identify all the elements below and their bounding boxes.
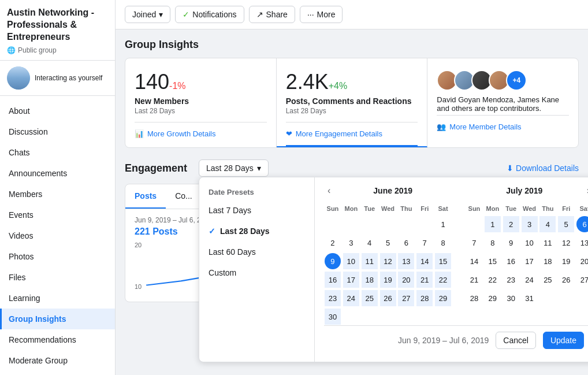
- july-day-31[interactable]: 31: [522, 290, 538, 306]
- june-day-1[interactable]: 1: [435, 216, 451, 232]
- june-day-16[interactable]: 16: [325, 272, 341, 288]
- topbar: Joined ▾ ✓ Notifications ↗ Share ··· Mor…: [116, 0, 588, 29]
- sidebar-item-files[interactable]: Files: [0, 267, 115, 288]
- sidebar-item-photos[interactable]: Photos: [0, 246, 115, 267]
- sidebar-item-chats[interactable]: Chats: [0, 142, 115, 163]
- june-day-12[interactable]: 12: [380, 253, 396, 269]
- july-title: July 2019: [466, 186, 583, 195]
- july-day-1[interactable]: 1: [485, 216, 501, 232]
- prev-month-button[interactable]: ‹: [324, 184, 334, 197]
- july-day-26[interactable]: 26: [558, 272, 574, 288]
- july-day-18[interactable]: 18: [539, 253, 556, 269]
- preset-custom[interactable]: Custom: [199, 262, 314, 283]
- july-day-5[interactable]: 5: [558, 216, 574, 232]
- june-day-11[interactable]: 11: [362, 253, 378, 269]
- june-day-21[interactable]: 21: [416, 272, 433, 288]
- preset-last7days[interactable]: Last 7 Days: [199, 200, 314, 221]
- july-day-7[interactable]: 7: [466, 235, 482, 251]
- sidebar-nav: About Discussion Chats Announcements Mem…: [0, 96, 115, 375]
- june-day-14[interactable]: 14: [416, 253, 433, 269]
- july-day-16[interactable]: 16: [503, 253, 519, 269]
- june-day-24[interactable]: 24: [343, 290, 359, 306]
- june-day-27[interactable]: 27: [398, 290, 414, 306]
- tab-comments[interactable]: Co...: [166, 184, 202, 209]
- june-day-15[interactable]: 15: [435, 253, 451, 269]
- june-day-6[interactable]: 6: [398, 235, 414, 251]
- june-day-5[interactable]: 5: [380, 235, 396, 251]
- june-day-23[interactable]: 23: [325, 290, 341, 306]
- july-day-19[interactable]: 19: [558, 253, 574, 269]
- june-day-17[interactable]: 17: [343, 272, 359, 288]
- checkmark-icon: ✓: [183, 10, 189, 19]
- joined-button[interactable]: Joined ▾: [125, 6, 170, 23]
- notifications-button[interactable]: ✓ Notifications: [175, 6, 244, 23]
- sidebar-item-announcements[interactable]: Announcements: [0, 163, 115, 184]
- tab-posts[interactable]: Posts: [125, 184, 166, 209]
- date-dropdown-button[interactable]: Last 28 Days ▾: [199, 159, 269, 177]
- sidebar-item-events[interactable]: Events: [0, 205, 115, 225]
- july-day-21[interactable]: 21: [466, 272, 482, 288]
- july-day-6[interactable]: 6: [576, 216, 588, 232]
- preset-last28days[interactable]: ✓ Last 28 Days: [199, 221, 314, 242]
- sidebar-item-about[interactable]: About: [0, 101, 115, 121]
- july-day-8[interactable]: 8: [485, 235, 501, 251]
- july-day-2[interactable]: 2: [503, 216, 519, 232]
- june-day-13[interactable]: 13: [398, 253, 414, 269]
- cancel-button[interactable]: Cancel: [496, 332, 536, 349]
- july-day-27[interactable]: 27: [576, 272, 588, 288]
- sidebar-item-group-quality[interactable]: Group Quality: [0, 371, 115, 375]
- july-day-13[interactable]: 13: [576, 235, 588, 251]
- sidebar-item-discussion[interactable]: Discussion: [0, 121, 115, 142]
- june-day-19[interactable]: 19: [380, 272, 396, 288]
- share-button[interactable]: ↗ Share: [249, 6, 295, 23]
- june-day-29[interactable]: 29: [435, 290, 451, 306]
- july-day-20[interactable]: 20: [576, 253, 588, 269]
- june-day-10[interactable]: 10: [343, 253, 359, 269]
- preset-last60days[interactable]: Last 60 Days: [199, 242, 314, 262]
- july-day-11[interactable]: 11: [539, 235, 556, 251]
- chart-bar-icon: 📊: [135, 129, 144, 138]
- june-day-3[interactable]: 3: [343, 235, 359, 251]
- people-icon: 👥: [437, 122, 446, 131]
- sidebar-item-moderate-group[interactable]: Moderate Group: [0, 350, 115, 371]
- june-day-20[interactable]: 20: [398, 272, 414, 288]
- july-day-3[interactable]: 3: [522, 216, 538, 232]
- member-details-link[interactable]: 👥 More Member Details: [437, 115, 569, 138]
- july-day-14[interactable]: 14: [466, 253, 482, 269]
- july-day-29[interactable]: 29: [485, 290, 501, 306]
- june-day-2[interactable]: 2: [325, 235, 341, 251]
- july-day-17[interactable]: 17: [522, 253, 538, 269]
- july-day-30[interactable]: 30: [503, 290, 519, 306]
- sidebar-item-videos[interactable]: Videos: [0, 225, 115, 246]
- june-day-22[interactable]: 22: [435, 272, 451, 288]
- july-day-28[interactable]: 28: [466, 290, 482, 306]
- next-month-button[interactable]: ›: [583, 184, 588, 197]
- sidebar-item-members[interactable]: Members: [0, 184, 115, 205]
- update-button[interactable]: Update: [543, 332, 584, 349]
- june-day-26[interactable]: 26: [380, 290, 396, 306]
- june-day-8[interactable]: 8: [435, 235, 451, 251]
- sidebar-item-group-insights[interactable]: Group Insights: [0, 309, 115, 329]
- july-day-12[interactable]: 12: [558, 235, 574, 251]
- june-day-25[interactable]: 25: [362, 290, 378, 306]
- july-day-25[interactable]: 25: [539, 272, 556, 288]
- june-day-30[interactable]: 30: [325, 309, 341, 325]
- growth-details-link[interactable]: 📊 More Growth Details: [135, 122, 267, 145]
- june-day-7[interactable]: 7: [416, 235, 433, 251]
- june-day-4[interactable]: 4: [362, 235, 378, 251]
- july-day-4[interactable]: 4: [539, 216, 556, 232]
- download-details-link[interactable]: ⬇ Download Details: [507, 164, 579, 173]
- june-day-9[interactable]: 9: [325, 253, 341, 269]
- june-day-28[interactable]: 28: [416, 290, 433, 306]
- sidebar-item-recommendations[interactable]: Recommendations: [0, 329, 115, 350]
- july-day-22[interactable]: 22: [485, 272, 501, 288]
- july-day-15[interactable]: 15: [485, 253, 501, 269]
- july-day-9[interactable]: 9: [503, 235, 519, 251]
- july-day-10[interactable]: 10: [522, 235, 538, 251]
- july-day-23[interactable]: 23: [503, 272, 519, 288]
- sidebar-item-learning[interactable]: Learning: [0, 288, 115, 309]
- july-day-24[interactable]: 24: [522, 272, 538, 288]
- engagement-details-link[interactable]: ❤ More Engagement Details: [286, 122, 418, 146]
- more-button[interactable]: ··· More: [300, 6, 343, 23]
- june-day-18[interactable]: 18: [362, 272, 378, 288]
